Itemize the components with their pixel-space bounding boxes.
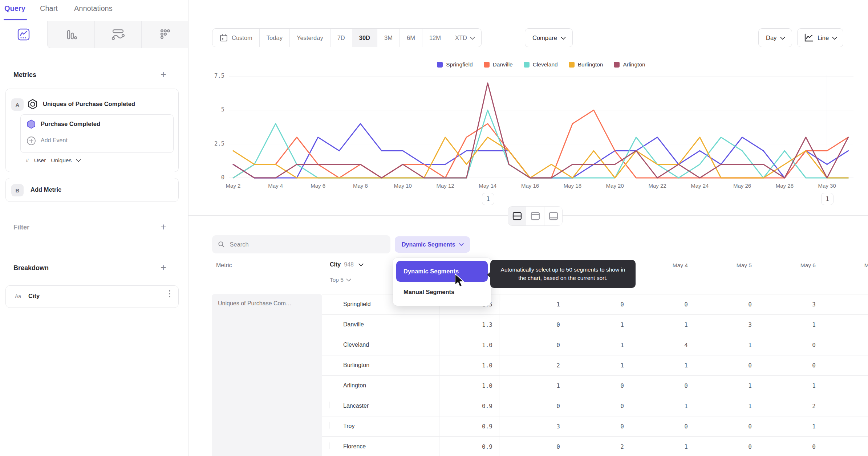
segment-value: 1.0 — [439, 382, 492, 389]
data-cell: 1 — [627, 321, 691, 328]
line-chart-icon — [17, 28, 30, 41]
data-cell: 1 — [755, 423, 819, 430]
metric-column-header: Metric — [216, 262, 232, 269]
date-range-label: 6M — [407, 34, 415, 41]
top-n-selector[interactable]: Top 5 — [330, 277, 350, 283]
row-separator — [322, 396, 868, 396]
x-axis-tick: May 4 — [259, 183, 292, 189]
legend-swatch — [614, 62, 620, 68]
date-column-header: May 7 — [819, 262, 868, 269]
segment-name: Troy — [343, 423, 354, 429]
data-cell: 0 — [499, 443, 563, 450]
tab-annotations[interactable]: Annotations — [74, 4, 113, 13]
date-range-30d[interactable]: 30D — [352, 29, 377, 47]
data-cell: 0 — [499, 321, 563, 328]
tab-query[interactable]: Query — [4, 4, 25, 13]
data-cell: 1 — [563, 362, 627, 369]
legend-label: Burlington — [578, 61, 603, 68]
flow-squiggle-icon — [111, 28, 125, 41]
metric-a-title[interactable]: Uniques of Purchase Completed — [43, 101, 135, 107]
data-cell: 1 — [499, 301, 563, 308]
add-metric-card[interactable]: B Add Metric — [5, 178, 179, 202]
metric-type-icon — [27, 98, 38, 110]
date-range-label: 12M — [429, 34, 441, 41]
date-range-12m[interactable]: 12M — [422, 29, 448, 47]
chart-type-button[interactable]: Line — [797, 28, 843, 47]
x-axis-tick: May 10 — [386, 183, 419, 189]
data-cell: 0 — [563, 403, 627, 410]
annotation-badge[interactable]: 1 — [482, 193, 494, 205]
chart-type-label: Line — [818, 34, 829, 41]
granularity-button[interactable]: Day — [758, 28, 792, 47]
granularity-label: Day — [766, 34, 776, 41]
date-range-label: 3M — [384, 34, 393, 41]
metric-a-card: A Uniques of Purchase Completed Purchase… — [5, 89, 179, 172]
legend-item-arlington[interactable]: Arlington — [614, 61, 645, 68]
legend-item-cleveland[interactable]: Cleveland — [524, 61, 558, 68]
legend-item-burlington[interactable]: Burlington — [569, 61, 603, 68]
bottom-strip-icon — [549, 212, 558, 220]
date-range-label: 7D — [337, 34, 345, 41]
data-cell: 0 — [627, 301, 691, 308]
date-column-header: May 6 — [755, 262, 819, 269]
segment-value: 0.9 — [439, 423, 492, 430]
compare-label: Compare — [532, 34, 557, 41]
data-cell: 4 — [627, 342, 691, 349]
data-cell: 1 — [627, 403, 691, 410]
event-name[interactable]: Purchase Completed — [41, 121, 100, 127]
layout-chart-only-button[interactable] — [526, 207, 544, 225]
date-range-xtd[interactable]: XTD — [448, 29, 481, 47]
legend-item-springfield[interactable]: Springfield — [437, 61, 472, 68]
data-cell: 0 — [755, 342, 819, 349]
segment-mode-dropdown-button[interactable]: Dynamic Segments — [395, 236, 470, 253]
dot-funnel-icon — [158, 28, 171, 41]
tab-chart[interactable]: Chart — [40, 4, 58, 13]
kebab-menu-icon[interactable] — [169, 290, 170, 292]
table-row: Danville1.301131 — [0, 314, 868, 335]
table-vertical-border — [439, 294, 439, 456]
layout-split-button[interactable] — [508, 207, 526, 225]
menu-item-dynamic-segments[interactable]: Dynamic Segments — [396, 261, 488, 282]
date-range-today[interactable]: Today — [259, 29, 289, 47]
segment-value: 0.9 — [439, 443, 492, 450]
date-range-7d[interactable]: 7D — [330, 29, 352, 47]
date-range-yesterday[interactable]: Yesterday — [289, 29, 330, 47]
add-metric-label: Add Metric — [31, 186, 61, 193]
date-range-custom[interactable]: Custom — [212, 29, 259, 47]
series-line-burlington — [233, 137, 848, 178]
data-cell: 0 — [499, 342, 563, 349]
group-column-header[interactable]: City 948 — [330, 261, 363, 268]
segment-value: 0.9 — [439, 403, 492, 410]
annotation-badge[interactable]: 1 — [821, 193, 833, 205]
chart-type-line-tab[interactable] — [0, 21, 47, 48]
data-cell: 3 — [691, 321, 755, 328]
legend-swatch — [524, 62, 530, 68]
chart-type-funnel-tab[interactable] — [141, 21, 188, 48]
split-rows-icon — [512, 212, 522, 220]
compare-button[interactable]: Compare — [525, 28, 573, 47]
menu-item-manual-segments[interactable]: Manual Segments — [396, 282, 488, 302]
add-metric-plus-button[interactable]: + — [161, 70, 166, 80]
layout-table-only-button[interactable] — [544, 207, 562, 225]
add-filter-plus-button[interactable]: + — [161, 222, 166, 232]
add-event-button[interactable]: Add Event — [41, 137, 68, 144]
search-input[interactable] — [229, 241, 385, 248]
segment-mode-label: Dynamic Segments — [402, 241, 455, 248]
add-breakdown-plus-button[interactable]: + — [161, 263, 166, 273]
date-range-3m[interactable]: 3M — [377, 29, 399, 47]
segment-checkbox-troy[interactable] — [329, 422, 329, 429]
measure-selector[interactable]: # User Uniques — [26, 157, 80, 164]
data-cell: 0 — [499, 403, 563, 410]
date-range-6m[interactable]: 6M — [399, 29, 422, 47]
chart-legend: SpringfieldDanvilleClevelandBurlingtonAr… — [229, 61, 853, 68]
data-cell: 3 — [755, 301, 819, 308]
legend-label: Cleveland — [533, 61, 558, 68]
legend-item-danville[interactable]: Danville — [484, 61, 513, 68]
chart-type-flow-tab[interactable] — [94, 21, 141, 48]
table-row: Florence0.902100 — [0, 436, 868, 456]
measure-user-label: User — [34, 157, 46, 164]
segment-checkbox-lancaster[interactable] — [329, 402, 329, 408]
segment-checkbox-florence[interactable] — [329, 442, 329, 449]
chart-type-bar-tab[interactable] — [47, 21, 94, 48]
data-cell: 0 — [627, 382, 691, 389]
